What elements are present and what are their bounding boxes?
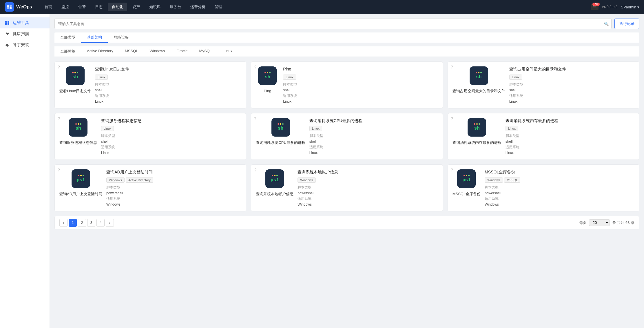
svg-rect-4 xyxy=(5,21,7,23)
tag-tab-mssql[interactable]: MSSQL xyxy=(119,46,144,57)
tool-meta: 脚本类型 shell 适用系统 Linux xyxy=(509,82,634,104)
tool-card-name: Ping xyxy=(264,88,271,94)
nav-monitor[interactable]: 监控 xyxy=(57,3,73,11)
cat-tab-infra[interactable]: 基础架构 xyxy=(81,32,108,43)
tag-tab-windows[interactable]: Windows xyxy=(144,46,171,57)
nav-user[interactable]: SPadmin ▾ xyxy=(621,5,639,9)
script-type-value: shell xyxy=(309,139,438,144)
tool-tags: Linux xyxy=(95,75,241,80)
notification-badge[interactable]: ☰ 99+ xyxy=(591,4,599,10)
tool-card[interactable]: ? sh 查询服务进程状态信息 查询服务进程状态信息 Linux 脚本类型 sh… xyxy=(54,113,246,160)
tool-help-icon[interactable]: ? xyxy=(58,65,60,69)
script-type-label: 脚本类型 xyxy=(95,82,241,87)
tool-icon: sh xyxy=(69,118,87,137)
tool-icon-wrap: sh Ping xyxy=(256,66,279,94)
tool-help-icon[interactable]: ? xyxy=(254,65,256,69)
tag-tab-ad[interactable]: Active Directory xyxy=(81,46,119,57)
tool-tag: MSSQL xyxy=(504,177,521,183)
tool-icon: ps1 xyxy=(72,169,90,188)
tag-tab-linux[interactable]: Linux xyxy=(218,46,238,57)
page-3-button[interactable]: 3 xyxy=(87,219,95,227)
tool-icon: sh xyxy=(470,66,488,85)
tool-card[interactable]: ? ps1 MSSQL全库备份 MSSQL全库备份 WindowsMSSQL 脚… xyxy=(448,164,639,211)
script-type-label: 脚本类型 xyxy=(298,185,438,190)
tag-tab-all[interactable]: 全部标签 xyxy=(54,46,81,57)
svg-rect-3 xyxy=(10,7,12,9)
tool-help-icon[interactable]: ? xyxy=(254,168,256,172)
logo-icon xyxy=(5,2,14,12)
sidebar-ops-tools-label: 运维工具 xyxy=(13,20,29,26)
sidebar-item-ops-tools[interactable]: 运维工具 xyxy=(0,17,50,28)
tool-card[interactable]: ? sh 查询消耗系统内存最多的进程 查询消耗系统内存最多的进程 Linux 脚… xyxy=(448,113,639,160)
tool-tags: WindowsMSSQL xyxy=(485,177,634,183)
per-page-label: 每页 xyxy=(579,220,587,225)
logo-text: WeOps xyxy=(16,4,32,10)
nav-automation[interactable]: 自动化 xyxy=(108,3,127,11)
ops-tools-icon xyxy=(5,20,10,26)
tool-grid: ? sh 查看Linux日志文件 查看Linux日志文件 Linux 脚本类型 … xyxy=(54,61,639,211)
search-icon[interactable]: 🔍 xyxy=(604,22,609,26)
tool-help-icon[interactable]: ? xyxy=(58,116,60,121)
tool-icon: sh xyxy=(66,66,85,85)
tool-card[interactable]: ? sh 查看Linux日志文件 查看Linux日志文件 Linux 脚本类型 … xyxy=(54,61,246,108)
tool-help-icon[interactable]: ? xyxy=(451,116,453,121)
cat-tab-network[interactable]: 网络设备 xyxy=(108,32,134,43)
tool-help-icon[interactable]: ? xyxy=(451,65,453,69)
script-type-label: 脚本类型 xyxy=(106,185,241,190)
tool-card[interactable]: ? sh Ping Ping Linux 脚本类型 shell 适用系统 Lin… xyxy=(251,61,443,108)
sidebar-item-health-scan[interactable]: ❤ 健康扫描 xyxy=(0,28,50,39)
nav-service-desk[interactable]: 服务台 xyxy=(166,3,185,11)
script-type-value: powershell xyxy=(298,191,438,195)
tool-title: 查询消耗系统内存最多的进程 xyxy=(506,118,634,124)
nav-knowledge[interactable]: 知识库 xyxy=(145,3,165,11)
category-tabs: 全部类型 基础架构 网络设备 xyxy=(54,32,639,43)
sidebar-patch-install-label: 补丁安装 xyxy=(13,42,29,48)
tool-title: 查询占用空间最大的目录和文件 xyxy=(509,66,634,72)
sidebar-health-scan-label: 健康扫描 xyxy=(13,31,29,37)
script-type-value: powershell xyxy=(485,191,634,195)
search-input[interactable] xyxy=(54,19,612,29)
nav-log[interactable]: 日志 xyxy=(91,3,107,11)
nav-assets[interactable]: 资产 xyxy=(128,3,144,11)
os-label: 适用系统 xyxy=(283,93,438,98)
tool-card[interactable]: ? ps1 查询AD用户上次登陆时间 查询AD用户上次登陆时间 WindowsA… xyxy=(54,164,246,211)
page-1-button[interactable]: 1 xyxy=(69,219,77,227)
nav-alert[interactable]: 告警 xyxy=(74,3,90,11)
tool-icon: sh xyxy=(271,118,290,137)
os-value: Windows xyxy=(106,202,241,206)
cat-tab-all[interactable]: 全部类型 xyxy=(54,32,81,43)
tool-help-icon[interactable]: ? xyxy=(254,116,256,121)
tool-help-icon[interactable]: ? xyxy=(58,168,60,172)
os-value: Linux xyxy=(95,99,241,104)
script-type-value: shell xyxy=(506,139,634,144)
page-size-select[interactable]: 20 50 100 xyxy=(589,219,610,226)
tool-help-icon[interactable]: ? xyxy=(451,168,453,172)
pagination-left: ‹ 1 2 3 4 › xyxy=(59,219,114,227)
sidebar-item-patch-install[interactable]: ◆ 补丁安装 xyxy=(0,39,50,50)
script-type-label: 脚本类型 xyxy=(509,82,634,87)
tag-tab-mysql[interactable]: MySQL xyxy=(194,46,218,57)
page-prev-button[interactable]: ‹ xyxy=(59,219,67,227)
svg-rect-6 xyxy=(5,23,7,25)
tool-card-name: 查询AD用户上次登陆时间 xyxy=(59,191,102,197)
tool-title: MSSQL全库备份 xyxy=(485,169,634,175)
script-type-label: 脚本类型 xyxy=(283,82,438,87)
tool-card-info: 查询占用空间最大的目录和文件 Linux 脚本类型 shell 适用系统 Lin… xyxy=(509,66,634,104)
tool-card[interactable]: ? sh 查询占用空间最大的目录和文件 查询占用空间最大的目录和文件 Linux… xyxy=(448,61,639,108)
logo[interactable]: WeOps xyxy=(5,2,34,12)
tool-card[interactable]: ? ps1 查询系统本地帐户信息 查询系统本地帐户信息 Windows 脚本类型… xyxy=(251,164,443,211)
os-value: Windows xyxy=(298,202,438,206)
top-navigation: WeOps 首页 监控 告警 日志 自动化 资产 知识库 服务台 运营分析 管理… xyxy=(0,0,644,14)
tag-tab-oracle[interactable]: Oracle xyxy=(171,46,193,57)
total-label: 条 共计 63 条 xyxy=(612,220,634,225)
nav-management[interactable]: 管理 xyxy=(211,3,226,11)
nav-ops-analysis[interactable]: 运营分析 xyxy=(186,3,209,11)
page-4-button[interactable]: 4 xyxy=(96,219,105,227)
page-next-button[interactable]: › xyxy=(106,219,114,227)
exec-record-button[interactable]: 执行记录 xyxy=(614,19,639,29)
tool-title: 查询服务进程状态信息 xyxy=(101,118,241,124)
tool-card[interactable]: ? sh 查询消耗系统CPU最多的进程 查询消耗系统CPU最多的进程 Linux… xyxy=(251,113,443,160)
nav-home[interactable]: 首页 xyxy=(41,3,56,11)
os-label: 适用系统 xyxy=(309,145,438,150)
page-2-button[interactable]: 2 xyxy=(78,219,86,227)
